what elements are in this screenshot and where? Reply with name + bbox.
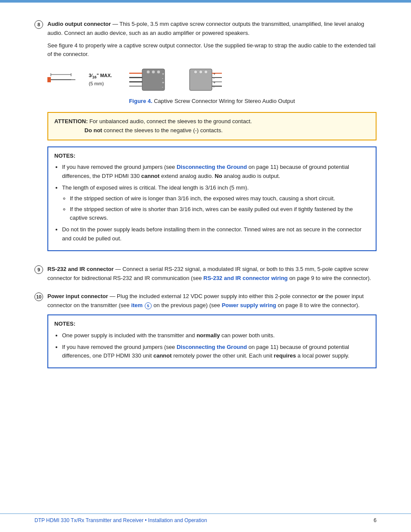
note-1-1: If you have removed the ground jumpers (… <box>62 163 370 181</box>
figure-label: Figure 4. <box>129 98 152 104</box>
section-9-after-link: on page 9 to wire the connector). <box>288 275 371 281</box>
attention-text2: connect the sleeves to the negative (-) … <box>104 127 223 134</box>
page-content: 8 Audio output connector — This 5-pole, … <box>0 3 411 408</box>
footer-page: 6 <box>374 517 377 523</box>
figure-area: 3⁄16" MAX.(5 mm) + <box>47 67 377 93</box>
figure-caption: Figure 4. Captive Screw Connector Wiring… <box>47 97 377 106</box>
section-8-para2: See figure 4 to properly wire a captive … <box>47 41 377 59</box>
attention-label: ATTENTION: <box>54 118 88 124</box>
section-10-or: or <box>318 293 324 299</box>
note-1-2-sub: If the stripped section of wire is longe… <box>70 194 370 223</box>
wire-diagram: 3⁄16" MAX.(5 mm) <box>47 71 112 88</box>
note-1-3: Do not tin the power supply leads before… <box>62 225 370 243</box>
section-10-text: Power input connector — Plug the include… <box>47 292 377 376</box>
section-10-item: item <box>131 302 143 308</box>
svg-text:+: + <box>213 81 215 85</box>
section-8-text: Audio output connector — This 5-pole, 3.… <box>47 20 377 259</box>
note-1-2a: If the stripped section of wire is longe… <box>70 194 370 203</box>
section-8-dash: — <box>112 21 119 27</box>
note-1-2: The length of exposed wires is critical.… <box>62 184 370 223</box>
svg-point-23 <box>194 70 197 74</box>
attention-box: ATTENTION: For unbalanced audio, connect… <box>47 112 377 140</box>
svg-point-11 <box>146 70 150 74</box>
svg-point-25 <box>204 70 208 74</box>
svg-text:-: - <box>162 76 163 81</box>
section-10-title: Power input connector <box>47 293 108 299</box>
section-9-number: 9 <box>34 265 43 274</box>
section-10-number: 10 <box>34 292 43 301</box>
figure-caption-desc: Captive Screw Connector Wiring for Stere… <box>154 98 295 104</box>
footer-title: DTP HDMI 330 Tx/Rx Transmitter and Recei… <box>34 517 374 523</box>
svg-point-12 <box>152 70 155 74</box>
notes-label-2: NOTES: <box>54 320 370 329</box>
svg-text:+: + <box>162 72 164 76</box>
notes-list-1: If you have removed the ground jumpers (… <box>62 163 370 243</box>
svg-point-24 <box>199 70 202 74</box>
connector-mid-svg: + - + - <box>129 67 168 93</box>
notes-list-2: One power supply is included with the tr… <box>62 331 370 361</box>
notes-box-2: NOTES: One power supply is included with… <box>47 314 377 368</box>
section-9: 9 RS-232 and IR connector — Connect a se… <box>34 265 377 286</box>
section-9-text: RS-232 and IR connector — Connect a seri… <box>47 265 377 286</box>
section-10-link[interactable]: Power supply wiring <box>222 302 276 308</box>
note-2-2: If you have removed the ground jumpers (… <box>62 343 370 361</box>
notes-box-1: NOTES: If you have removed the ground ju… <box>47 146 377 251</box>
notes-label-1: NOTES: <box>54 152 370 161</box>
svg-rect-1 <box>47 77 51 82</box>
section-10: 10 Power input connector — Plug the incl… <box>34 292 377 376</box>
note-1-1-link[interactable]: Disconnecting the Ground <box>177 164 247 170</box>
svg-text:+: + <box>162 81 164 85</box>
section-9-link[interactable]: RS-232 and IR connector wiring <box>203 275 288 281</box>
section-8-number: 8 <box>34 20 43 29</box>
section-10-after-item: on the previous page) (see <box>152 302 222 308</box>
svg-text:+: + <box>213 72 215 76</box>
attention-text: For unbalanced audio, connect the sleeve… <box>89 118 252 124</box>
attention-do-not: Do not <box>84 127 102 134</box>
svg-point-13 <box>157 70 160 74</box>
section-10-circle: 5 <box>145 302 152 309</box>
svg-text:-: - <box>213 76 215 81</box>
note-1-2b: If the stripped section of wire is short… <box>70 205 370 223</box>
connector-right-svg: + - + - <box>185 67 224 93</box>
svg-text:-: - <box>213 85 215 89</box>
dim-label: 3⁄16" MAX.(5 mm) <box>89 72 112 87</box>
wire-svg <box>47 71 86 88</box>
section-9-title: RS-232 and IR connector <box>47 266 114 272</box>
section-10-after-link: on page 8 to wire the connector). <box>276 302 360 308</box>
note-2-1: One power supply is included with the tr… <box>62 331 370 340</box>
note-2-1-bold: normally <box>196 332 220 339</box>
section-10-body1: Plug the included external 12 VDC power … <box>117 293 318 299</box>
svg-text:-: - <box>162 85 163 89</box>
section-8-title: Audio output connector <box>47 21 111 27</box>
footer: DTP HDMI 330 Tx/Rx Transmitter and Recei… <box>0 513 411 523</box>
note-2-2-link[interactable]: Disconnecting the Ground <box>177 344 247 350</box>
section-8: 8 Audio output connector — This 5-pole, … <box>34 20 377 259</box>
